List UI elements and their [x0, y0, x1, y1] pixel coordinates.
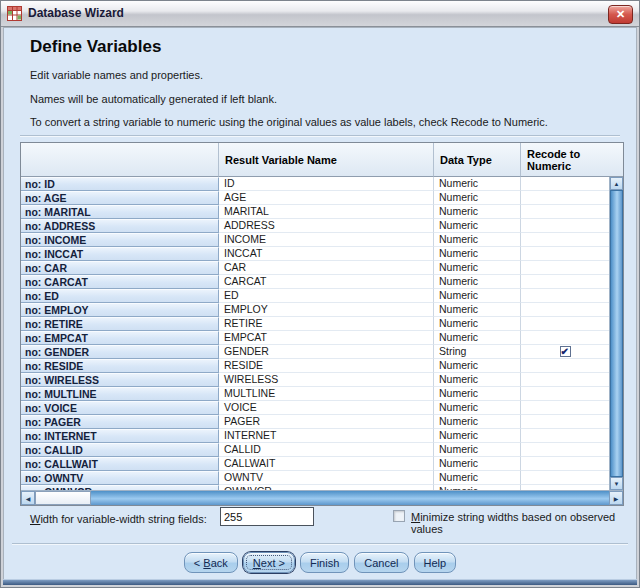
result-variable-cell[interactable]: RESIDE — [219, 359, 434, 373]
result-variable-cell[interactable]: RETIRE — [219, 317, 434, 331]
recode-cell[interactable] — [521, 401, 609, 415]
result-variable-cell[interactable]: EMPLOY — [219, 303, 434, 317]
recode-cell[interactable] — [521, 331, 609, 345]
data-type-cell[interactable]: Numeric — [434, 429, 521, 443]
table-header-row: Result Variable Name Data Type Recode to… — [21, 143, 623, 177]
data-type-cell[interactable]: Numeric — [434, 205, 521, 219]
table-row: no: ED ED Numeric — [21, 289, 609, 303]
recode-cell[interactable] — [521, 219, 609, 233]
recode-cell[interactable]: ✔ — [521, 345, 609, 359]
recode-cell[interactable] — [521, 471, 609, 485]
result-variable-cell[interactable]: OWNTV — [219, 471, 434, 485]
table-row: no: EMPLOY EMPLOY Numeric — [21, 303, 609, 317]
result-variable-cell[interactable]: WIRELESS — [219, 373, 434, 387]
result-variable-cell[interactable]: CAR — [219, 261, 434, 275]
table-rows-area: no: ID ID Numeric no: AGE AGE Numeric no… — [21, 177, 609, 490]
result-variable-cell[interactable]: EMPCAT — [219, 331, 434, 345]
data-type-cell[interactable]: Numeric — [434, 247, 521, 261]
close-button[interactable]: ✕ — [608, 5, 633, 24]
result-variable-cell[interactable]: PAGER — [219, 415, 434, 429]
intro-line-2: Names will be automatically generated if… — [30, 93, 277, 105]
result-variable-cell[interactable]: INCOME — [219, 233, 434, 247]
data-type-cell[interactable]: Numeric — [434, 275, 521, 289]
result-variable-cell[interactable]: ED — [219, 289, 434, 303]
next-button[interactable]: Next > — [243, 552, 295, 573]
recode-checkbox[interactable]: ✔ — [560, 346, 571, 357]
recode-cell[interactable] — [521, 233, 609, 247]
data-type-cell[interactable]: Numeric — [434, 387, 521, 401]
horizontal-scrollbar-thumb[interactable] — [35, 491, 91, 505]
recode-cell[interactable] — [521, 317, 609, 331]
window-title: Database Wizard — [28, 1, 124, 26]
result-variable-cell[interactable]: CALLID — [219, 443, 434, 457]
recode-cell[interactable] — [521, 261, 609, 275]
recode-cell[interactable] — [521, 387, 609, 401]
vertical-scrollbar[interactable]: ▲ ▼ — [609, 177, 623, 490]
result-variable-cell[interactable]: MARITAL — [219, 205, 434, 219]
recode-cell[interactable] — [521, 177, 609, 191]
data-type-cell[interactable]: Numeric — [434, 443, 521, 457]
data-type-cell[interactable]: Numeric — [434, 415, 521, 429]
result-variable-cell[interactable]: CALLWAIT — [219, 457, 434, 471]
table-row: no: CAR CAR Numeric — [21, 261, 609, 275]
database-table-icon — [7, 6, 22, 21]
data-type-cell[interactable]: Numeric — [434, 261, 521, 275]
result-variable-cell[interactable]: VOICE — [219, 401, 434, 415]
finish-button[interactable]: Finish — [300, 552, 349, 573]
source-field-cell: no: INTERNET — [21, 429, 219, 443]
data-type-cell[interactable]: String — [434, 345, 521, 359]
data-type-cell[interactable]: Numeric — [434, 457, 521, 471]
recode-cell[interactable] — [521, 247, 609, 261]
cancel-button[interactable]: Cancel — [354, 552, 408, 573]
data-type-cell[interactable]: Numeric — [434, 219, 521, 233]
recode-cell[interactable] — [521, 275, 609, 289]
recode-cell[interactable] — [521, 373, 609, 387]
result-variable-cell[interactable]: MULTLINE — [219, 387, 434, 401]
data-type-cell[interactable]: Numeric — [434, 233, 521, 247]
data-type-cell[interactable]: Numeric — [434, 471, 521, 485]
source-field-cell: no: WIRELESS — [21, 373, 219, 387]
data-type-cell[interactable]: Numeric — [434, 177, 521, 191]
recode-cell[interactable] — [521, 359, 609, 373]
data-type-cell[interactable]: Numeric — [434, 359, 521, 373]
recode-cell[interactable] — [521, 303, 609, 317]
data-type-cell[interactable]: Numeric — [434, 191, 521, 205]
result-variable-cell[interactable]: CARCAT — [219, 275, 434, 289]
recode-cell[interactable] — [521, 205, 609, 219]
title-bar[interactable]: Database Wizard ✕ — [1, 1, 639, 27]
recode-cell[interactable] — [521, 191, 609, 205]
result-variable-cell[interactable]: INCCAT — [219, 247, 434, 261]
minimize-widths-checkbox[interactable] — [393, 510, 405, 522]
scroll-right-icon[interactable]: ▶ — [609, 491, 623, 505]
string-width-input[interactable] — [220, 507, 314, 526]
recode-cell[interactable] — [521, 429, 609, 443]
result-variable-cell[interactable]: ADDRESS — [219, 219, 434, 233]
data-type-cell[interactable]: Numeric — [434, 317, 521, 331]
help-button[interactable]: Help — [414, 552, 457, 573]
data-type-cell[interactable]: Numeric — [434, 303, 521, 317]
source-field-cell: no: VOICE — [21, 401, 219, 415]
data-type-cell[interactable]: Numeric — [434, 289, 521, 303]
recode-cell[interactable] — [521, 457, 609, 471]
horizontal-scrollbar[interactable]: ◀ ▶ — [21, 490, 623, 505]
data-type-cell[interactable]: Numeric — [434, 401, 521, 415]
source-field-cell: no: RESIDE — [21, 359, 219, 373]
page-title: Define Variables — [30, 37, 161, 57]
recode-cell[interactable] — [521, 443, 609, 457]
source-field-cell: no: CAR — [21, 261, 219, 275]
recode-cell[interactable] — [521, 415, 609, 429]
scroll-up-icon[interactable]: ▲ — [610, 177, 623, 190]
result-variable-cell[interactable]: AGE — [219, 191, 434, 205]
scroll-left-icon[interactable]: ◀ — [21, 491, 35, 505]
dialog-content: Define Variables Edit variable names and… — [3, 27, 637, 585]
data-type-cell[interactable]: Numeric — [434, 373, 521, 387]
horizontal-scrollbar-track[interactable] — [91, 491, 609, 505]
result-variable-cell[interactable]: GENDER — [219, 345, 434, 359]
result-variable-cell[interactable]: INTERNET — [219, 429, 434, 443]
scroll-down-icon[interactable]: ▼ — [610, 477, 623, 490]
recode-cell[interactable] — [521, 289, 609, 303]
back-button[interactable]: < Back — [184, 552, 238, 573]
result-variable-cell[interactable]: ID — [219, 177, 434, 191]
vertical-scrollbar-thumb[interactable] — [610, 190, 623, 477]
data-type-cell[interactable]: Numeric — [434, 331, 521, 345]
